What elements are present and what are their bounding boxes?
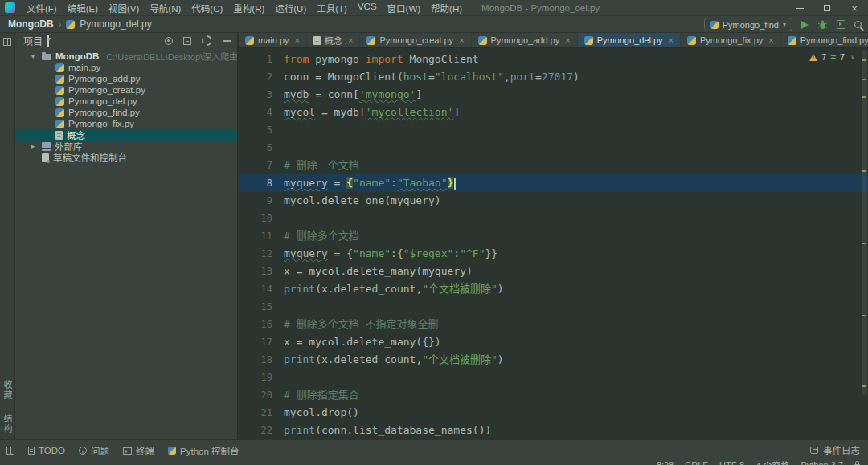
code-line-17[interactable]: 17x = mycol.delete_many({}) [239,333,868,351]
breadcrumb-project[interactable]: MongoDB [8,18,54,30]
tab-close-icon[interactable] [295,36,300,45]
code-line-19[interactable]: 19 [239,369,868,386]
code-line-21[interactable]: 21mycol.drop() [239,404,868,422]
tab-Pymongo_add.py[interactable]: Pymongo_add.py [472,33,578,47]
warning-stripe-mark[interactable] [862,170,866,172]
breadcrumb-file[interactable]: Pymongo_del.py [80,18,151,30]
tree-item-Pymongo_add.py[interactable]: Pymongo_add.py [15,73,237,84]
menu-item-8[interactable]: VCS [353,0,382,16]
tree-item-概念[interactable]: 概念 [15,129,237,141]
interpreter[interactable]: Python 3.7 [800,460,843,465]
minimize-button[interactable] [786,0,813,16]
tab-close-icon[interactable] [768,36,773,45]
inspections-widget[interactable]: 7 ≈ 7 ∨ [809,51,855,63]
code-line-11[interactable]: 11# 删除多个文档 [239,227,868,245]
code-line-4[interactable]: 4mycol = mydb['mycollection'] [239,104,868,121]
event-log-button[interactable]: 事件日志 [810,443,860,456]
line-number[interactable]: 21 [239,404,284,422]
menu-item-3[interactable]: 导航(N) [145,0,186,16]
run-with-coverage-button[interactable] [837,20,845,29]
project-view-selector[interactable]: 项目 ▾ [23,34,49,47]
line-number[interactable]: 7 [239,157,284,174]
line-number[interactable]: 11 [239,227,284,245]
line-number[interactable]: 4 [239,104,284,121]
status-tool-问题[interactable]: 问题 [79,444,109,457]
menu-item-5[interactable]: 重构(R) [228,0,269,16]
tree-item-Pymongo_creat.py[interactable]: Pymongo_creat.py [15,84,237,96]
code-line-14[interactable]: 14print(x.deleted_count,"个文档被删除") [239,280,868,298]
code-line-8[interactable]: 8myquery = {"name":"Taobao"} [239,174,868,192]
menu-item-6[interactable]: 运行(U) [270,0,311,16]
code-line-2[interactable]: 2conn = MongoClient(host="localhost",por… [239,68,868,86]
scrollbar[interactable] [862,50,867,395]
file-encoding[interactable]: UTF-8 [719,460,744,465]
stripe-button-结构[interactable]: 结构 [1,414,14,434]
line-number[interactable]: 12 [239,245,284,263]
code-editor[interactable]: 1from pymongo import MongoClient2conn = … [239,48,868,439]
warning-stripe-mark[interactable] [862,315,866,316]
tab-close-icon[interactable] [348,36,353,45]
tab-main.py[interactable]: main.py [239,33,307,47]
code-line-3[interactable]: 3mydb = conn['mymongo'] [239,86,868,104]
tab-close-icon[interactable] [669,36,674,45]
line-separator[interactable]: CRLF [685,460,708,465]
code-line-18[interactable]: 18print(x.deleted_count,"个文档被删除") [239,351,868,369]
indent-style[interactable]: 4 个空格 [755,459,789,465]
tree-item-Pymongo_find.py[interactable]: Pymongo_find.py [15,107,237,118]
warning-stripe-mark[interactable] [862,59,866,61]
gear-icon[interactable] [202,35,212,46]
line-number[interactable]: 17 [239,333,284,351]
warning-stripe-mark[interactable] [862,79,866,80]
tree-item-Pymongo_del.py[interactable]: Pymongo_del.py [15,96,237,107]
tab-Pymongo_find.py[interactable]: Pymongo_find.py [781,33,868,47]
menu-item-1[interactable]: 编辑(E) [63,0,103,16]
menu-item-7[interactable]: 工具(T) [312,0,352,16]
tab-概念[interactable]: 概念 [307,33,360,47]
line-number[interactable]: 9 [239,192,284,210]
code-line-15[interactable]: 15 [239,298,868,316]
code-line-1[interactable]: 1from pymongo import MongoClient [239,51,868,68]
locate-file-icon[interactable] [165,37,173,45]
tree-item-main.py[interactable]: main.py [15,62,237,73]
line-number[interactable]: 19 [239,369,284,386]
warning-stripe-mark[interactable] [862,243,866,244]
tab-Pymongo_creat.py[interactable]: Pymongo_creat.py [360,33,471,47]
search-everywhere-button[interactable] [854,21,862,28]
code-line-13[interactable]: 13x = mycol.delete_many(myquery) [239,263,868,280]
menu-item-2[interactable]: 视图(V) [104,0,144,16]
line-number[interactable]: 1 [239,51,284,68]
warning-stripe-mark[interactable] [862,385,866,387]
line-number[interactable]: 8 [239,174,284,192]
menu-item-9[interactable]: 窗口(W) [383,0,426,16]
code-line-10[interactable]: 10 [239,210,868,227]
tree-item-外部库[interactable]: ▸外部库 [15,141,237,152]
line-number[interactable]: 3 [239,86,284,104]
line-number[interactable]: 15 [239,298,284,316]
status-tool-TODO[interactable]: TODO [28,446,65,455]
code-line-5[interactable]: 5 [239,121,868,139]
tool-window-switcher-icon[interactable] [6,447,14,455]
project-stripe-icon[interactable] [3,38,11,46]
tab-close-icon[interactable] [565,36,570,45]
line-number[interactable]: 16 [239,316,284,333]
tree-item-MongoDB[interactable]: ▾MongoDBC:\Users\DELL\Desktop\深入爬虫\爬虫\Mo… [15,51,237,62]
line-number[interactable]: 14 [239,280,284,298]
maximize-button[interactable] [813,0,841,16]
debug-button[interactable] [817,19,828,30]
chevron-down-icon[interactable]: ▾ [28,52,38,60]
menu-item-4[interactable]: 代码(C) [186,0,227,16]
close-button[interactable]: × [841,0,868,16]
line-number[interactable]: 10 [239,210,284,227]
code-line-16[interactable]: 16# 删除多个文档 不指定对象全删 [239,316,868,333]
line-number[interactable]: 6 [239,139,284,157]
chevron-right-icon[interactable]: ▸ [28,142,38,150]
menu-item-0[interactable]: 文件(F) [22,0,62,16]
code-line-9[interactable]: 9mycol.delete_one(myquery) [239,192,868,210]
status-tool-Python 控制台[interactable]: Python 控制台 [168,444,240,457]
code-line-12[interactable]: 12myquery = {"name":{"$regex":"^F"}} [239,245,868,263]
line-number[interactable]: 18 [239,351,284,369]
tab-Pymongo_del.py[interactable]: Pymongo_del.py [578,33,681,47]
menu-item-10[interactable]: 帮助(H) [426,0,467,16]
status-tool-终端[interactable]: 终端 [123,444,154,457]
code-line-20[interactable]: 20# 删除指定集合 [239,386,868,404]
